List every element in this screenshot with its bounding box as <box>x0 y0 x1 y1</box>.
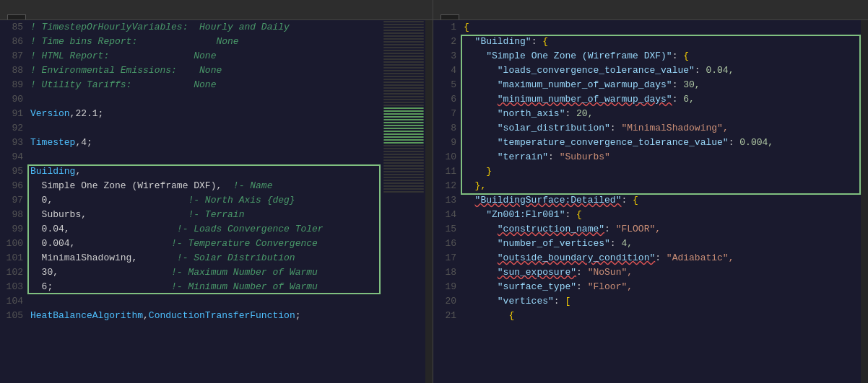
code-line: 0.004, !- Temperature Convergence <box>30 237 382 251</box>
json-line: "Building": { <box>464 35 861 49</box>
json-line: { <box>464 309 861 323</box>
json-line: { <box>464 20 861 35</box>
code-line: ! HTML Report: None <box>30 49 382 63</box>
json-line: }, <box>464 179 861 193</box>
json-line: "vertices": [ <box>464 294 861 309</box>
json-line: "surface_type": "Floor", <box>464 280 861 294</box>
json-line: "temperature_convergence_tolerance_value… <box>464 136 861 150</box>
json-line: "terrain": "Suburbs" <box>464 150 861 164</box>
left-minimap <box>382 20 425 383</box>
code-line: 0.04, !- Loads Convergence Toler <box>30 222 382 237</box>
code-line: Building, <box>30 164 382 179</box>
left-code-content[interactable]: ! TimestepOrHourlyVariables: Hourly and … <box>27 20 382 383</box>
code-line: 0, !- North Axis {deg} <box>30 193 382 208</box>
code-line <box>30 150 382 164</box>
code-line: Timestep,4; <box>30 136 382 150</box>
left-scrollbar[interactable] <box>425 20 433 383</box>
code-line: 30, !- Maximum Number of Warmu <box>30 265 382 280</box>
code-line <box>30 121 382 136</box>
code-line: MinimalShadowing, !- Solar Distribution <box>30 251 382 265</box>
code-line: ! TimestepOrHourlyVariables: Hourly and … <box>30 20 382 35</box>
json-line: "solar_distribution": "MinimalShadowing"… <box>464 121 861 136</box>
right-pane: 123456789101112131415161718192021 { "Bui… <box>433 0 868 383</box>
json-line: "Simple One Zone (Wireframe DXF)": { <box>464 49 861 63</box>
code-line: HeatBalanceAlgorithm,ConductionTransferF… <box>30 309 382 323</box>
json-line: "number_of_vertices": 4, <box>464 237 861 251</box>
right-scrollbar[interactable] <box>861 20 868 383</box>
left-tab-bar <box>0 0 433 20</box>
right-tab-bar <box>433 0 868 20</box>
code-line <box>30 294 382 309</box>
right-code-area: 123456789101112131415161718192021 { "Bui… <box>433 20 868 383</box>
code-line: Version,22.1; <box>30 107 382 121</box>
json-line: "sun_exposure": "NoSun", <box>464 265 861 280</box>
json-line: "construction_name": "FLOOR", <box>464 222 861 237</box>
json-line: } <box>464 164 861 179</box>
code-line: ! Environmental Emissions: None <box>30 63 382 78</box>
code-line: ! Utility Tariffs: None <box>30 78 382 92</box>
json-line: "north_axis": 20, <box>464 107 861 121</box>
json-line: "BuildingSurface:Detailed": { <box>464 193 861 208</box>
code-line: ! Time bins Report: None <box>30 35 382 49</box>
code-line: Simple One Zone (Wireframe DXF), !- Name <box>30 179 382 193</box>
code-line: Suburbs, !- Terrain <box>30 208 382 222</box>
left-tab[interactable] <box>7 14 26 19</box>
right-tab[interactable] <box>440 14 459 19</box>
code-line <box>30 92 382 107</box>
json-line: "Zn001:Flr001": { <box>464 208 861 222</box>
left-line-numbers: 8586878889909192939495969798991001011021… <box>0 20 27 383</box>
code-line: 6; !- Minimum Number of Warmu <box>30 280 382 294</box>
json-line: "outside_boundary_condition": "Adiabatic… <box>464 251 861 265</box>
json-line: "maximum_number_of_warmup_days": 30, <box>464 78 861 92</box>
left-pane: 8586878889909192939495969798991001011021… <box>0 0 433 383</box>
json-line: "minimum_number_of_warmup_days": 6, <box>464 92 861 107</box>
right-code-content[interactable]: { "Building": { "Simple One Zone (Wirefr… <box>461 20 861 383</box>
json-line: "loads_convergence_tolerance_value": 0.0… <box>464 63 861 78</box>
left-code-area: 8586878889909192939495969798991001011021… <box>0 20 433 383</box>
right-line-numbers: 123456789101112131415161718192021 <box>433 20 461 383</box>
